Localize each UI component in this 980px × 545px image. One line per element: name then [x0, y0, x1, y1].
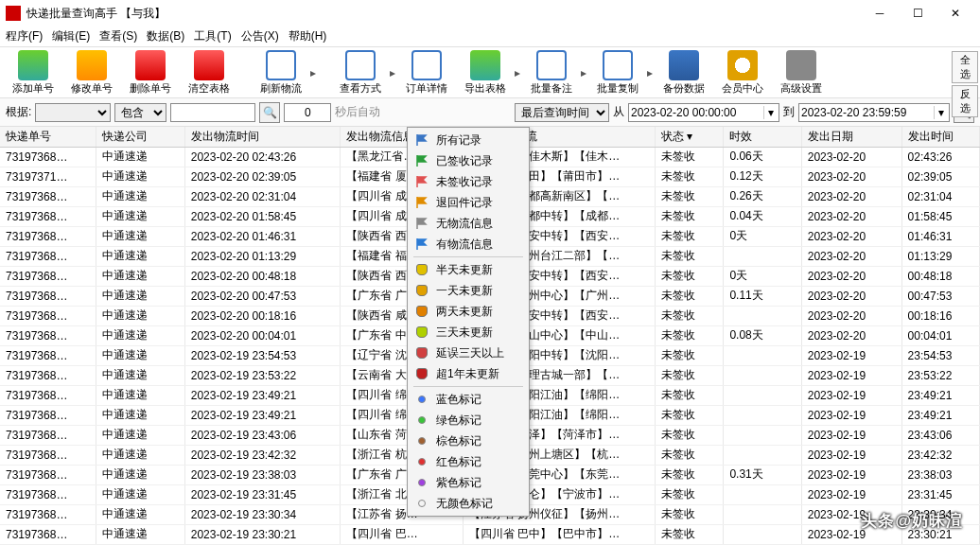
cell: 2023-02-19: [801, 504, 901, 524]
toolbar-caret[interactable]: ▸: [515, 66, 522, 79]
column-header[interactable]: 状态 ▾: [655, 127, 724, 147]
toolbar-刷新物流[interactable]: 刷新物流: [252, 50, 310, 96]
date-to-input[interactable]: 2023-02-20 23:59:59▾: [798, 103, 950, 122]
view-option-退回件记录[interactable]: 退回件记录: [410, 192, 527, 213]
view-mode-menu[interactable]: 所有记录已签收记录未签收记录退回件记录无物流信息有物流信息半天未更新一天未更新两…: [407, 127, 530, 517]
cell: 2023-02-20: [801, 286, 901, 306]
column-header[interactable]: 快递公司: [96, 127, 184, 147]
view-option-一天未更新[interactable]: 一天未更新: [410, 280, 527, 301]
menu-item-label: 紫色标记: [436, 475, 481, 491]
column-header[interactable]: 快递单号: [0, 127, 96, 147]
cell: 中通速递: [96, 206, 184, 226]
cell: 2023-02-19: [801, 365, 901, 385]
menu-item[interactable]: 查看(S): [99, 28, 137, 44]
menu-item[interactable]: 工具(T): [194, 28, 231, 44]
column-header[interactable]: 时效: [724, 127, 801, 147]
toolbar-修改单号[interactable]: 修改单号: [62, 50, 121, 96]
cell: 73197368…: [0, 246, 96, 266]
cell: 0.06天: [724, 147, 801, 167]
toolbar-高级设置[interactable]: 高级设置: [772, 50, 831, 96]
cell: 00:18:16: [901, 306, 979, 325]
toolbar-清空表格[interactable]: 清空表格: [180, 50, 238, 96]
view-option-超1年未更新[interactable]: 超1年未更新: [410, 363, 527, 384]
cell: 未签收: [655, 465, 724, 484]
cell: 2023-02-19 23:54:53: [184, 345, 341, 365]
view-option-无物流信息[interactable]: 无物流信息: [410, 213, 527, 234]
view-option-无颜色标记[interactable]: 无颜色标记: [410, 493, 527, 514]
count-input[interactable]: [284, 103, 331, 122]
date-from-input[interactable]: 2023-02-20 00:00:00▾: [628, 103, 779, 122]
menu-bar: 程序(F)编辑(E)查看(S)数据(B)工具(T)公告(X)帮助(H): [0, 26, 980, 47]
cell: 【四川省 巴中】【巴中市】…: [463, 524, 655, 544]
会员中心-icon: [727, 50, 758, 80]
toolbar-批量备注[interactable]: 批量备注: [522, 50, 581, 96]
view-option-未签收记录[interactable]: 未签收记录: [410, 171, 527, 192]
view-option-三天未更新[interactable]: 三天未更新: [410, 322, 527, 343]
toolbar-查看方式[interactable]: 查看方式: [331, 50, 390, 96]
toolbar-导出表格[interactable]: 导出表格: [456, 50, 515, 96]
cell: 73197368…: [0, 345, 96, 365]
toolbar-caret[interactable]: ▸: [310, 66, 318, 79]
cell: 2023-02-19: [801, 465, 901, 484]
cell: 中通速递: [96, 504, 184, 524]
flag-icon: [413, 195, 430, 210]
toolbar-订单详情[interactable]: 订单详情: [397, 50, 456, 96]
maximize-button[interactable]: ☐: [899, 0, 936, 26]
view-option-延误三天以上[interactable]: 延误三天以上: [410, 343, 527, 363]
color-dot-icon: [413, 433, 430, 448]
cell: 2023-02-20: [801, 246, 901, 266]
filter-op-select[interactable]: 包含: [114, 103, 166, 122]
invert-selection-button[interactable]: 反选: [952, 85, 978, 117]
close-button[interactable]: ✕: [936, 0, 974, 26]
view-option-绿色标记[interactable]: 绿色标记: [410, 410, 527, 431]
menu-item[interactable]: 编辑(E): [52, 28, 90, 44]
toolbar-caret[interactable]: ▸: [647, 66, 655, 79]
cell: 2023-02-20 00:47:53: [184, 286, 341, 306]
menu-item[interactable]: 帮助(H): [289, 28, 327, 44]
minimize-button[interactable]: ─: [861, 0, 899, 26]
toolbar-备份数据[interactable]: 备份数据: [655, 50, 713, 96]
toolbar-会员中心[interactable]: 会员中心: [713, 50, 772, 96]
toolbar-删除单号[interactable]: 删除单号: [121, 50, 180, 96]
menu-item[interactable]: 程序(F): [6, 28, 43, 44]
view-option-两天未更新[interactable]: 两天未更新: [410, 301, 527, 322]
toolbar-caret[interactable]: ▸: [581, 66, 588, 79]
cell: 【四川省 巴…: [341, 524, 463, 544]
flag-icon: [413, 153, 430, 168]
table-row[interactable]: 73197368…中通速递2023-02-19 23:30:21【四川省 巴…【…: [0, 524, 980, 544]
清空表格-icon: [194, 50, 224, 80]
select-all-button[interactable]: 全选: [952, 51, 978, 83]
view-option-有物流信息[interactable]: 有物流信息: [410, 234, 527, 255]
column-header[interactable]: 发出时间: [901, 127, 979, 147]
filter-field-select[interactable]: [35, 103, 111, 122]
toolbar-批量复制[interactable]: 批量复制: [588, 50, 647, 96]
menu-item[interactable]: 公告(X): [241, 28, 279, 44]
view-option-紫色标记[interactable]: 紫色标记: [410, 472, 527, 493]
cell: 73197368…: [0, 405, 96, 425]
column-header[interactable]: 发出物流时间: [184, 127, 341, 147]
view-option-所有记录[interactable]: 所有记录: [410, 130, 527, 150]
menu-item-label: 退回件记录: [436, 195, 493, 211]
chevron-down-icon[interactable]: ▾: [934, 106, 947, 119]
toolbar-添加单号[interactable]: 添加单号: [4, 50, 62, 96]
cell: 未签收: [655, 286, 724, 306]
view-option-棕色标记[interactable]: 棕色标记: [410, 431, 527, 451]
view-option-蓝色标记[interactable]: 蓝色标记: [410, 389, 527, 410]
cell: [724, 504, 801, 524]
time-column-select[interactable]: 最后查询时间: [515, 103, 609, 122]
view-option-半天未更新[interactable]: 半天未更新: [410, 259, 527, 280]
cell: [724, 484, 801, 504]
column-header[interactable]: 发出日期: [801, 127, 901, 147]
chevron-down-icon[interactable]: ▾: [763, 106, 777, 119]
title-bar: 快递批量查询高手 【与我】 ─ ☐ ✕: [0, 0, 980, 26]
filter-value-input[interactable]: [170, 103, 255, 122]
view-option-已签收记录[interactable]: 已签收记录: [410, 150, 527, 171]
删除单号-icon: [135, 50, 166, 80]
to-label: 到: [783, 104, 795, 120]
toolbar-caret[interactable]: ▸: [390, 66, 397, 79]
menu-item[interactable]: 数据(B): [147, 28, 184, 44]
search-button[interactable]: 🔍: [259, 102, 280, 123]
view-option-红色标记[interactable]: 红色标记: [410, 451, 527, 472]
jar-icon: [413, 262, 430, 277]
cell: 73197368…: [0, 147, 96, 167]
